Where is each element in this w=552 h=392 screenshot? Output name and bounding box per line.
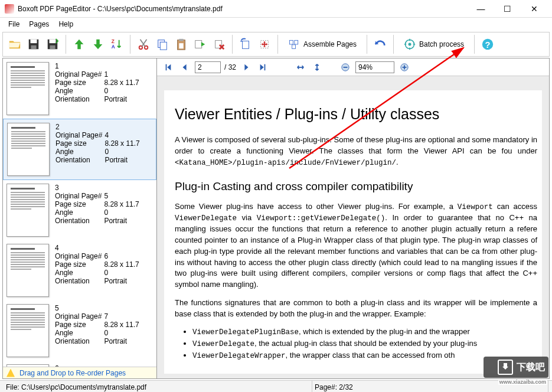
doc-paragraph: The functions signatures that are common… bbox=[175, 298, 537, 320]
svg-rect-17 bbox=[243, 41, 249, 49]
document-page: Viewer Entities / Plug-ins / Utility cla… bbox=[164, 90, 542, 374]
zoom-out-button[interactable] bbox=[339, 61, 352, 74]
svg-text:A: A bbox=[112, 44, 115, 50]
svg-rect-11 bbox=[160, 42, 166, 50]
resize-button[interactable] bbox=[256, 36, 273, 53]
close-button[interactable]: ✕ bbox=[521, 1, 547, 17]
main-toolbar: ZA Assemble Pages Batch process ? bbox=[2, 32, 550, 57]
document-scroll-area[interactable]: Viewer Entities / Plug-ins / Utility cla… bbox=[157, 76, 549, 378]
save-button[interactable] bbox=[25, 36, 42, 53]
batch-process-label: Batch process bbox=[419, 40, 464, 48]
help-button[interactable]: ? bbox=[479, 36, 496, 53]
title-bar: Boxoft PDF PageEditor - C:\Users\pc\Docu… bbox=[0, 0, 552, 18]
maximize-button[interactable]: ☐ bbox=[494, 1, 521, 17]
svg-rect-4 bbox=[50, 40, 56, 43]
viewer-navbar: / 32 bbox=[157, 58, 549, 76]
app-icon bbox=[5, 4, 14, 14]
status-bar: File: C:\Users\pc\Documents\mytranslate.… bbox=[0, 380, 552, 392]
open-button[interactable] bbox=[6, 36, 23, 53]
cut-button[interactable] bbox=[135, 36, 152, 53]
assemble-pages-label: Assemble Pages bbox=[303, 40, 357, 48]
svg-rect-30 bbox=[404, 65, 405, 69]
status-file: File: C:\Users\pc\Documents\mytranslate.… bbox=[4, 381, 312, 392]
window-controls: — ☐ ✕ bbox=[468, 1, 547, 17]
download-icon bbox=[498, 360, 513, 375]
copy-button[interactable] bbox=[154, 36, 171, 53]
svg-point-23 bbox=[409, 43, 411, 46]
delete-button[interactable] bbox=[211, 36, 227, 53]
fit-page-button[interactable] bbox=[311, 61, 324, 74]
thumbnail-image bbox=[6, 244, 49, 297]
thumbnail-row[interactable]: 4 Original Page#6 Page size8.28 x 11.7 A… bbox=[3, 240, 156, 300]
content-area: 1 Original Page#1 Page size8.28 x 11.7 A… bbox=[2, 58, 550, 379]
first-page-button[interactable] bbox=[162, 61, 175, 74]
thumbnail-panel: 1 Original Page#1 Page size8.28 x 11.7 A… bbox=[2, 58, 157, 379]
thumbnail-meta: 1 Original Page#1 Page size8.28 x 11.7 A… bbox=[49, 62, 153, 115]
doc-paragraph: Some Viewer plug-ins have access to othe… bbox=[175, 201, 537, 290]
menu-file[interactable]: File bbox=[4, 19, 24, 30]
thumbnail-image bbox=[7, 123, 50, 176]
fit-width-button[interactable] bbox=[294, 61, 307, 74]
last-page-button[interactable] bbox=[256, 61, 269, 74]
paste-button[interactable] bbox=[173, 36, 190, 53]
drag-hint-bar: Drag and Drop to Re-order Pages bbox=[3, 367, 156, 378]
svg-rect-21 bbox=[292, 45, 296, 49]
prev-page-button[interactable] bbox=[178, 61, 191, 74]
svg-rect-2 bbox=[31, 45, 36, 49]
move-up-button[interactable] bbox=[71, 36, 87, 53]
svg-text:Z: Z bbox=[112, 39, 115, 44]
doc-list: ViewerDelegatePluginBase, which is exten… bbox=[192, 327, 537, 360]
warning-icon bbox=[6, 369, 15, 377]
thumbnail-meta: 4 Original Page#6 Page size8.28 x 11.7 A… bbox=[49, 244, 153, 297]
thumbnail-row[interactable]: 1 Original Page#1 Page size8.28 x 11.7 A… bbox=[3, 58, 156, 119]
rotate-button[interactable] bbox=[237, 36, 254, 53]
sort-button[interactable]: ZA bbox=[109, 36, 125, 53]
zoom-in-button[interactable] bbox=[398, 61, 411, 74]
thumbnail-image bbox=[6, 184, 49, 237]
doc-list-item: ViewerDelegate, the actual plug-in class… bbox=[192, 339, 537, 348]
thumbnail-meta: 5 Original Page#7 Page size8.28 x 11.7 A… bbox=[49, 304, 153, 357]
page-total-label: / 32 bbox=[224, 63, 236, 71]
doc-paragraph: A Viewer is composed of several sub-plug… bbox=[175, 135, 537, 168]
save-as-button[interactable] bbox=[44, 36, 61, 53]
insert-button[interactable] bbox=[192, 36, 208, 53]
next-page-button[interactable] bbox=[240, 61, 253, 74]
svg-rect-13 bbox=[179, 39, 183, 41]
batch-process-button[interactable]: Batch process bbox=[399, 36, 469, 53]
svg-text:?: ? bbox=[485, 40, 491, 50]
doc-heading-2: Plug-in Casting and cross compiler compa… bbox=[175, 180, 537, 193]
menu-pages[interactable]: Pages bbox=[24, 19, 54, 30]
minimize-button[interactable]: — bbox=[468, 1, 494, 17]
assemble-pages-button[interactable]: Assemble Pages bbox=[283, 36, 362, 53]
watermark-text: 下载吧 bbox=[517, 361, 545, 374]
thumbnail-row[interactable]: 3 Original Page#5 Page size8.28 x 11.7 A… bbox=[3, 180, 156, 240]
doc-heading-1: Viewer Entities / Plug-ins / Utility cla… bbox=[175, 106, 537, 123]
page-number-input[interactable] bbox=[195, 61, 221, 73]
doc-list-item: ViewerDelegatePluginBase, which is exten… bbox=[192, 327, 537, 337]
thumbnail-image bbox=[6, 62, 49, 115]
svg-rect-15 bbox=[195, 41, 202, 48]
svg-rect-19 bbox=[290, 40, 293, 44]
thumbnail-row[interactable]: 2 Original Page#4 Page size8.28 x 11.7 A… bbox=[3, 119, 156, 180]
svg-rect-20 bbox=[295, 40, 298, 44]
viewer-panel: / 32 Viewer Entities / Plug-ins / Utilit… bbox=[157, 58, 550, 379]
thumbnail-image bbox=[6, 304, 49, 357]
zoom-select[interactable] bbox=[355, 61, 394, 73]
drag-hint-text: Drag and Drop to Re-order Pages bbox=[19, 369, 126, 377]
svg-rect-5 bbox=[50, 45, 55, 49]
menu-help[interactable]: Help bbox=[54, 19, 78, 30]
thumbnail-row[interactable]: 5 Original Page#7 Page size8.28 x 11.7 A… bbox=[3, 300, 156, 361]
watermark-url: www.xiazaiba.com bbox=[498, 379, 547, 385]
menu-bar: File Pages Help bbox=[0, 18, 552, 31]
svg-rect-27 bbox=[344, 67, 348, 68]
watermark: 下载吧 www.xiazaiba.com bbox=[484, 357, 548, 378]
move-down-button[interactable] bbox=[90, 36, 106, 53]
window-title: Boxoft PDF PageEditor - C:\Users\pc\Docu… bbox=[18, 5, 468, 13]
undo-button[interactable] bbox=[372, 36, 388, 53]
svg-rect-14 bbox=[179, 43, 183, 48]
thumbnail-meta: 2 Original Page#4 Page size8.28 x 11.7 A… bbox=[50, 123, 152, 176]
svg-rect-1 bbox=[31, 40, 37, 43]
thumbnail-meta: 3 Original Page#5 Page size8.28 x 11.7 A… bbox=[49, 184, 153, 237]
